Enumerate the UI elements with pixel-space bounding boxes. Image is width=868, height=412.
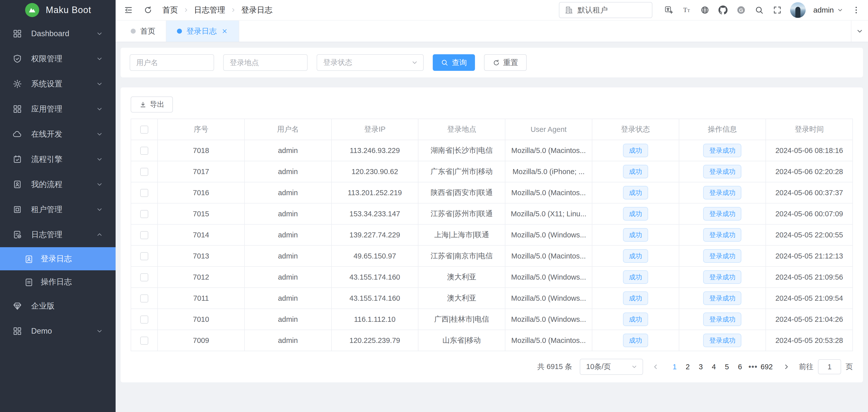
gitee-icon[interactable]: G: [736, 5, 746, 15]
login-location-input[interactable]: [223, 54, 308, 71]
cell-info: 登录成功: [679, 288, 766, 309]
sidebar-item-日志管理[interactable]: 日志管理: [0, 222, 116, 247]
row-checkbox[interactable]: [140, 316, 148, 324]
pager-ellipsis[interactable]: •••: [747, 363, 760, 371]
sidebar-item-应用管理[interactable]: 应用管理: [0, 96, 116, 122]
row-checkbox[interactable]: [140, 168, 148, 176]
select-all-checkbox[interactable]: [140, 126, 148, 134]
app-title: Maku Boot: [46, 5, 91, 15]
close-icon[interactable]: [221, 28, 228, 35]
sidebar-item-企业版[interactable]: 企业版: [0, 293, 116, 319]
export-button[interactable]: 导出: [131, 96, 173, 113]
breadcrumb-home[interactable]: 首页: [162, 5, 178, 15]
sidebar-item-系统设置[interactable]: 系统设置: [0, 71, 116, 96]
table-row: 7015admin153.34.233.147江苏省|苏州市|联通Mozilla…: [131, 203, 853, 224]
cell-status: 成功: [592, 288, 679, 309]
page-number-3[interactable]: 3: [694, 363, 707, 371]
row-checkbox[interactable]: [140, 252, 148, 260]
export-button-label: 导出: [150, 99, 164, 109]
cell-id: 7010: [158, 309, 245, 330]
cell-status: 成功: [592, 182, 679, 203]
page-number-692[interactable]: 692: [760, 363, 774, 371]
page-number-4[interactable]: 4: [707, 363, 720, 371]
login-status-select[interactable]: 登录状态: [317, 54, 424, 71]
cell-ua: Mozilla/5.0 (X11; Linu...: [505, 203, 592, 224]
tabbar: 首页 登录日志: [116, 20, 868, 42]
status-badge: 成功: [623, 144, 648, 157]
cell-status: 成功: [592, 246, 679, 266]
table-card: 导出 序号 用户名 登录IP 登录地点 User Agent: [121, 88, 863, 382]
kebab-menu-icon[interactable]: [851, 5, 862, 15]
sidebar-item-Demo[interactable]: Demo: [0, 319, 116, 344]
col-header-location: 登录地点: [418, 119, 505, 140]
sidebar-menu: Dashboard权限管理系统设置应用管理在线开发流程引擎我的流程租户管理日志管…: [0, 20, 116, 412]
sidebar-item-权限管理[interactable]: 权限管理: [0, 46, 116, 71]
cell-user: admin: [245, 203, 332, 224]
page-number-1[interactable]: 1: [668, 363, 681, 371]
cell-info: 登录成功: [679, 140, 766, 161]
logo-icon: [25, 3, 39, 17]
page-number-6[interactable]: 6: [734, 363, 747, 371]
search-icon[interactable]: [754, 5, 765, 15]
cell-info: 登录成功: [679, 161, 766, 182]
row-checkbox-cell: [131, 330, 158, 351]
breadcrumb-login-log: 登录日志: [241, 5, 272, 15]
username-input[interactable]: [130, 54, 214, 71]
cell-info: 登录成功: [679, 182, 766, 203]
cell-ip: 120.230.90.62: [332, 161, 418, 182]
chevron-down-icon: [96, 105, 103, 113]
search-button[interactable]: 查询: [433, 54, 475, 71]
row-checkbox[interactable]: [140, 189, 148, 197]
chevron-down-icon: [96, 55, 103, 62]
fullscreen-icon[interactable]: [772, 5, 782, 15]
reset-button[interactable]: 重置: [484, 54, 527, 71]
tab-home[interactable]: 首页: [120, 21, 166, 42]
cell-location: 广西|桂林市|电信: [418, 309, 505, 330]
next-page-button[interactable]: [781, 362, 792, 372]
page-size-select[interactable]: 10条/页: [580, 359, 643, 375]
row-checkbox[interactable]: [140, 231, 148, 239]
shield-check-icon: [12, 54, 22, 64]
sidebar-subitem-登录日志[interactable]: 登录日志: [0, 247, 116, 270]
sidebar-item-在线开发[interactable]: 在线开发: [0, 122, 116, 147]
cell-ip: 153.34.233.147: [332, 203, 418, 224]
cell-location: 山东省|移动: [418, 330, 505, 351]
status-badge: 成功: [623, 186, 648, 199]
topbar-action-icons: TTG: [663, 5, 782, 15]
tenant-select[interactable]: 默认租户: [559, 2, 652, 18]
avatar[interactable]: [790, 2, 806, 18]
row-checkbox[interactable]: [140, 294, 148, 303]
row-checkbox[interactable]: [140, 147, 148, 155]
tabs-dropdown-button[interactable]: [851, 21, 868, 42]
chevron-down-icon: [96, 156, 103, 163]
collapse-sidebar-icon[interactable]: [123, 5, 134, 15]
github-icon[interactable]: [718, 5, 728, 15]
row-checkbox[interactable]: [140, 210, 148, 218]
chevron-down-icon: [96, 30, 103, 37]
chevron-down-icon: [631, 363, 638, 370]
prev-page-button[interactable]: [651, 362, 661, 372]
status-badge: 成功: [623, 334, 648, 347]
sidebar-item-流程引擎[interactable]: 流程引擎: [0, 147, 116, 172]
page-number-2[interactable]: 2: [681, 363, 694, 371]
row-checkbox-cell: [131, 309, 158, 330]
font-size-icon[interactable]: TT: [682, 5, 692, 15]
user-menu[interactable]: admin: [813, 6, 843, 14]
globe-icon[interactable]: [700, 5, 710, 15]
row-checkbox[interactable]: [140, 337, 148, 345]
cell-location: 澳大利亚: [418, 266, 505, 288]
tab-login-log[interactable]: 登录日志: [166, 21, 239, 42]
svg-text:T: T: [688, 8, 690, 13]
cell-info: 登录成功: [679, 224, 766, 246]
refresh-icon[interactable]: [143, 5, 153, 15]
sidebar-item-我的流程[interactable]: 我的流程: [0, 172, 116, 197]
sidebar-item-租户管理[interactable]: 租户管理: [0, 197, 116, 222]
sidebar-item-Dashboard[interactable]: Dashboard: [0, 21, 116, 46]
sidebar-subitem-操作日志[interactable]: 操作日志: [0, 270, 116, 293]
page-number-5[interactable]: 5: [720, 363, 734, 371]
row-checkbox[interactable]: [140, 273, 148, 281]
cell-ip: 116.1.112.10: [332, 309, 418, 330]
translate-icon[interactable]: [663, 5, 674, 15]
goto-page-input[interactable]: [818, 359, 841, 374]
chevron-down-icon: [96, 81, 103, 88]
